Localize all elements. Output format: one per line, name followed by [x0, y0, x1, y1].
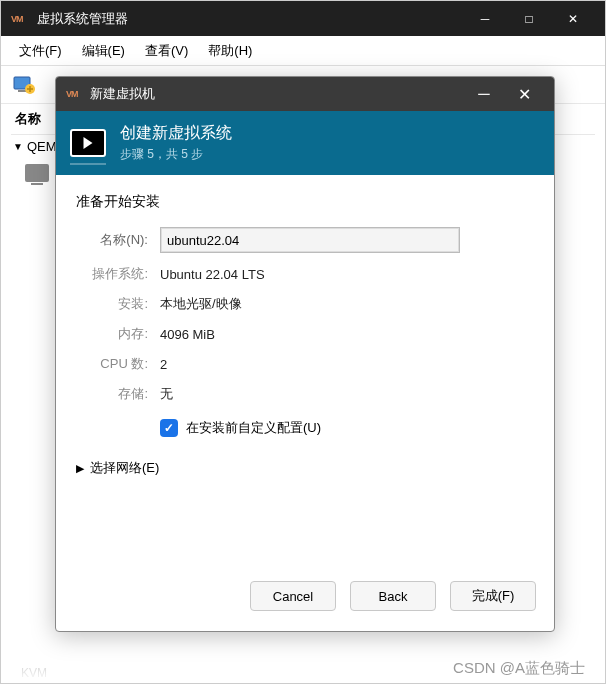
banner-heading: 创建新虚拟系统 [120, 123, 232, 144]
dialog-title: 新建虚拟机 [90, 85, 464, 103]
dialog-button-bar: Cancel Back 完成(F) [56, 567, 554, 631]
main-window-title: 虚拟系统管理器 [37, 10, 463, 28]
storage-label: 存储: [76, 385, 148, 403]
network-expander[interactable]: ▶ 选择网络(E) [76, 459, 534, 477]
install-value: 本地光驱/映像 [160, 295, 534, 313]
menu-help[interactable]: 帮助(H) [198, 38, 262, 64]
close-button[interactable]: ✕ [551, 1, 595, 36]
cpu-value: 2 [160, 357, 534, 372]
new-vm-dialog: VM 新建虚拟机 ─ ✕ 创建新虚拟系统 步骤 5，共 5 步 准备开始安装 名… [55, 76, 555, 632]
memory-label: 内存: [76, 325, 148, 343]
menu-view[interactable]: 查看(V) [135, 38, 198, 64]
network-expander-label: 选择网络(E) [90, 459, 159, 477]
customize-checkbox-row[interactable]: ✓ 在安装前自定义配置(U) [160, 419, 534, 437]
finish-button[interactable]: 完成(F) [450, 581, 536, 611]
dialog-close-button[interactable]: ✕ [504, 77, 544, 111]
dialog-banner: 创建新虚拟系统 步骤 5，共 5 步 [56, 111, 554, 175]
customize-label: 在安装前自定义配置(U) [186, 419, 321, 437]
menu-edit[interactable]: 编辑(E) [72, 38, 135, 64]
main-menubar: 文件(F) 编辑(E) 查看(V) 帮助(H) [1, 36, 605, 66]
summary-table: 名称(N): 操作系统: Ubuntu 22.04 LTS 安装: 本地光驱/映… [76, 227, 534, 437]
cancel-button[interactable]: Cancel [250, 581, 336, 611]
ready-label: 准备开始安装 [76, 193, 534, 211]
chevron-right-icon: ▶ [76, 462, 84, 475]
create-vm-icon [70, 129, 106, 157]
install-label: 安装: [76, 295, 148, 313]
banner-text: 创建新虚拟系统 步骤 5，共 5 步 [120, 123, 232, 163]
dialog-body: 准备开始安装 名称(N): 操作系统: Ubuntu 22.04 LTS 安装:… [56, 175, 554, 567]
dialog-app-icon: VM [66, 89, 84, 99]
main-titlebar: VM 虚拟系统管理器 ─ □ ✕ [1, 1, 605, 36]
back-button[interactable]: Back [350, 581, 436, 611]
main-window-controls: ─ □ ✕ [463, 1, 595, 36]
minimize-button[interactable]: ─ [463, 1, 507, 36]
vm-monitor-icon [25, 164, 49, 182]
customize-checkbox[interactable]: ✓ [160, 419, 178, 437]
app-icon: VM [11, 12, 29, 26]
menu-file[interactable]: 文件(F) [9, 38, 72, 64]
dialog-minimize-button[interactable]: ─ [464, 77, 504, 111]
banner-icon-wrap [70, 129, 106, 157]
os-label: 操作系统: [76, 265, 148, 283]
svg-rect-1 [18, 90, 26, 92]
cpu-label: CPU 数: [76, 355, 148, 373]
banner-step: 步骤 5，共 5 步 [120, 146, 232, 163]
dialog-titlebar: VM 新建虚拟机 ─ ✕ [56, 77, 554, 111]
maximize-button[interactable]: □ [507, 1, 551, 36]
memory-value: 4096 MiB [160, 327, 534, 342]
storage-value: 无 [160, 385, 534, 403]
os-value: Ubuntu 22.04 LTS [160, 267, 534, 282]
expand-arrow-icon: ▼ [13, 141, 27, 152]
new-vm-toolbar-button[interactable] [9, 71, 39, 99]
name-label: 名称(N): [76, 231, 148, 249]
name-input[interactable] [160, 227, 460, 253]
watermark: CSDN @A蓝色骑士 [1, 653, 605, 683]
